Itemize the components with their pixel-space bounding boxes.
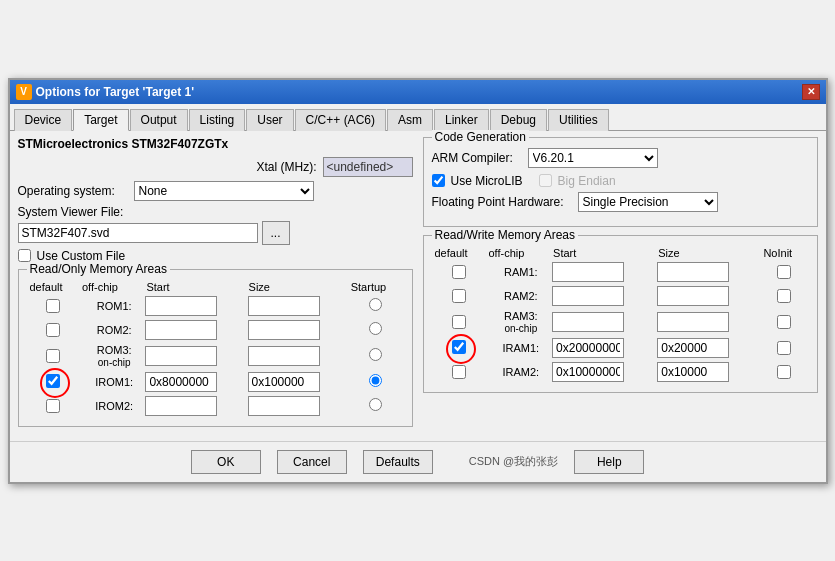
iram2-default-cb[interactable] (452, 365, 466, 379)
rom-col-offchip: off-chip (79, 280, 143, 294)
ram3-default-cb[interactable] (452, 315, 466, 329)
ram1-start[interactable] (552, 262, 624, 282)
custom-file-label: Use Custom File (37, 249, 126, 263)
table-row: IRAM2: (432, 360, 809, 384)
rom3-start[interactable] (145, 346, 217, 366)
left-panel: STMicroelectronics STM32F407ZGTx Xtal (M… (18, 137, 413, 435)
iram1-noinit[interactable] (777, 341, 791, 355)
table-row: ROM2: (27, 318, 404, 342)
tab-asm[interactable]: Asm (387, 109, 433, 131)
rom3-startup[interactable] (369, 348, 382, 361)
cancel-button[interactable]: Cancel (277, 450, 347, 474)
ram3-size[interactable] (657, 312, 729, 332)
rom3-label: ROM3:on-chip (97, 344, 132, 368)
ram2-size[interactable] (657, 286, 729, 306)
table-row: RAM3:on-chip (432, 308, 809, 336)
tab-bar: Device Target Output Listing User C/C++ … (10, 104, 826, 131)
svd-input[interactable] (18, 223, 258, 243)
ram-table: default off-chip Start Size NoInit RAM1: (432, 246, 809, 384)
rom2-startup[interactable] (369, 322, 382, 335)
irom1-startup[interactable] (369, 374, 382, 387)
irom2-size[interactable] (248, 396, 320, 416)
rom1-startup[interactable] (369, 298, 382, 311)
rom-col-startup: Startup (348, 280, 404, 294)
ram3-start[interactable] (552, 312, 624, 332)
irom2-startup[interactable] (369, 398, 382, 411)
rom3-size[interactable] (248, 346, 320, 366)
table-row: IROM1: (27, 370, 404, 394)
ram-col-size: Size (655, 246, 760, 260)
rom-table: default off-chip Start Size Startup ROM1… (27, 280, 404, 418)
irom2-start[interactable] (145, 396, 217, 416)
xtal-label: Xtal (MHz): (257, 160, 317, 174)
tab-linker[interactable]: Linker (434, 109, 489, 131)
microlib-checkbox[interactable] (432, 174, 445, 187)
main-window: V Options for Target 'Target 1' ✕ Device… (8, 78, 828, 484)
ram1-size[interactable] (657, 262, 729, 282)
tab-debug[interactable]: Debug (490, 109, 547, 131)
svd-label: System Viewer File: (18, 205, 124, 219)
rom1-start[interactable] (145, 296, 217, 316)
ram2-start[interactable] (552, 286, 624, 306)
title-bar-left: V Options for Target 'Target 1' (16, 84, 195, 100)
irom1-size[interactable] (248, 372, 320, 392)
window-title: Options for Target 'Target 1' (36, 85, 195, 99)
iram1-size[interactable] (657, 338, 729, 358)
rom1-default-cb[interactable] (46, 299, 60, 313)
ram-col-default: default (432, 246, 486, 260)
fp-select[interactable]: Single Precision (578, 192, 718, 212)
tab-output[interactable]: Output (130, 109, 188, 131)
defaults-button[interactable]: Defaults (363, 450, 433, 474)
tab-user[interactable]: User (246, 109, 293, 131)
custom-file-checkbox[interactable] (18, 249, 31, 262)
table-row: RAM2: (432, 284, 809, 308)
irom2-label: IROM2: (95, 400, 133, 412)
xtal-input[interactable] (323, 157, 413, 177)
rom2-start[interactable] (145, 320, 217, 340)
rom-col-start: Start (143, 280, 245, 294)
rom3-default-cb[interactable] (46, 349, 60, 363)
rom-title: Read/Only Memory Areas (27, 262, 170, 276)
rom2-default-cb[interactable] (46, 323, 60, 337)
ram2-default-cb[interactable] (452, 289, 466, 303)
ram1-default-cb[interactable] (452, 265, 466, 279)
help-button[interactable]: Help (574, 450, 644, 474)
table-row: ROM3:on-chip (27, 342, 404, 370)
big-endian-label: Big Endian (558, 174, 616, 188)
tab-cpp[interactable]: C/C++ (AC6) (295, 109, 386, 131)
ram-group: Read/Write Memory Areas default off-chip… (423, 235, 818, 393)
rom-col-size: Size (246, 280, 348, 294)
tab-utilities[interactable]: Utilities (548, 109, 609, 131)
ok-button[interactable]: OK (191, 450, 261, 474)
rom2-size[interactable] (248, 320, 320, 340)
irom2-default-cb[interactable] (46, 399, 60, 413)
table-row: RAM1: (432, 260, 809, 284)
iram1-start[interactable] (552, 338, 624, 358)
code-gen-title: Code Generation (432, 130, 529, 144)
tab-listing[interactable]: Listing (189, 109, 246, 131)
microlib-label: Use MicroLIB (451, 174, 523, 188)
rom-col-default: default (27, 280, 79, 294)
ram1-noinit[interactable] (777, 265, 791, 279)
big-endian-checkbox[interactable] (539, 174, 552, 187)
irom1-default-cb[interactable] (46, 374, 60, 388)
os-select[interactable]: None (134, 181, 314, 201)
rom2-label: ROM2: (97, 324, 132, 336)
irom1-start[interactable] (145, 372, 217, 392)
svd-browse-button[interactable]: ... (262, 221, 290, 245)
tab-target[interactable]: Target (73, 109, 128, 131)
ram3-label: RAM3:on-chip (504, 310, 538, 334)
bottom-buttons: OK Cancel Defaults CSDN @我的张彭 Help (10, 441, 826, 482)
compiler-select[interactable]: V6.20.1 (528, 148, 658, 168)
rom-group: Read/Only Memory Areas default off-chip … (18, 269, 413, 427)
table-row: ROM1: (27, 294, 404, 318)
iram2-noinit[interactable] (777, 365, 791, 379)
ram3-noinit[interactable] (777, 315, 791, 329)
rom1-size[interactable] (248, 296, 320, 316)
close-button[interactable]: ✕ (802, 84, 820, 100)
iram2-size[interactable] (657, 362, 729, 382)
iram1-default-cb[interactable] (452, 340, 466, 354)
tab-device[interactable]: Device (14, 109, 73, 131)
iram2-start[interactable] (552, 362, 624, 382)
ram2-noinit[interactable] (777, 289, 791, 303)
